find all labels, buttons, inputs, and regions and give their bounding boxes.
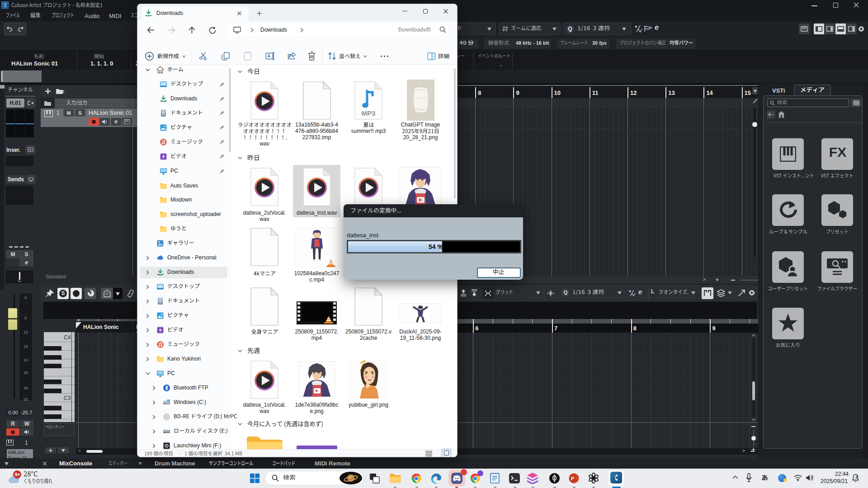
svg-text:P: P — [571, 476, 574, 481]
